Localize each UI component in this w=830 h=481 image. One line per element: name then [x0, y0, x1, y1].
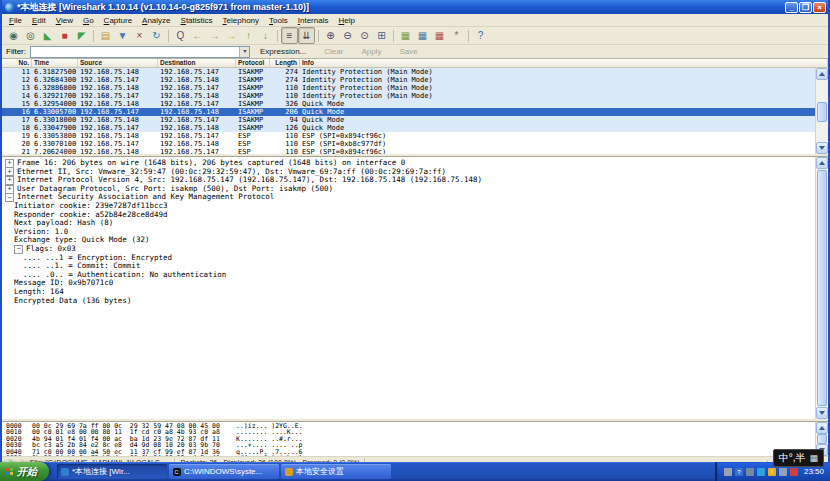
collapse-icon[interactable]: −	[5, 193, 14, 202]
menu-statistics[interactable]: Statistics	[176, 16, 218, 25]
task-c-windows-syste[interactable]: C:C:\WINDOWS\syste...	[169, 464, 279, 479]
detail-line-15[interactable]: Message ID: 0x9b7071c0	[2, 279, 815, 288]
column-header-source[interactable]: Source	[78, 59, 158, 67]
go-forward-button[interactable]: →	[206, 27, 223, 44]
display-filters-button[interactable]: ▦	[414, 27, 431, 44]
scrollbar-thumb[interactable]	[817, 102, 827, 122]
find-packet-button[interactable]: Q	[172, 27, 189, 44]
taskbar-clock[interactable]: 23:50	[804, 467, 824, 476]
close-file-button[interactable]: ×	[131, 27, 148, 44]
collapse-icon[interactable]: −	[14, 245, 23, 254]
details-scrollbar[interactable]	[815, 157, 828, 419]
column-header-destination[interactable]: Destination	[158, 59, 236, 67]
filter-apply-button[interactable]: Apply	[355, 47, 387, 56]
autoscroll-toggle-button[interactable]: ⇊	[298, 27, 315, 44]
tray-help-icon[interactable]: ?	[735, 468, 743, 476]
menu-help[interactable]: Help	[333, 16, 359, 25]
task-[interactable]: 本地安全设置	[281, 464, 391, 479]
detail-line-14[interactable]: .... .0.. = Authentication: No authentic…	[2, 271, 815, 280]
packet-row-21[interactable]: 217.20624000192.168.75.148192.168.75.147…	[2, 148, 815, 154]
menu-tools[interactable]: Tools	[264, 16, 293, 25]
packet-list-scrollbar[interactable]	[815, 68, 828, 154]
scroll-up-button[interactable]	[816, 157, 828, 169]
keyboard-icon[interactable]: ▦	[809, 453, 818, 463]
menu-edit[interactable]: Edit	[27, 16, 51, 25]
go-last-button[interactable]: ↓	[257, 27, 274, 44]
packet-row-13[interactable]: 136.32886800192.168.75.148192.168.75.147…	[2, 84, 815, 92]
zoom-100-button[interactable]: ⊙	[356, 27, 373, 44]
restart-capture-button[interactable]: ◤	[73, 27, 90, 44]
menu-internals[interactable]: Internals	[293, 16, 334, 25]
open-file-button[interactable]: ▤	[97, 27, 114, 44]
cell-protocol: ISAKMP	[236, 92, 270, 100]
stop-capture-button[interactable]: ■	[56, 27, 73, 44]
scrollbar-thumb[interactable]	[817, 170, 827, 406]
packet-row-18[interactable]: 186.33047900192.168.75.147192.168.75.148…	[2, 124, 815, 132]
minimize-button[interactable]: _	[785, 2, 798, 13]
packet-row-11[interactable]: 116.31827500192.168.75.148192.168.75.147…	[2, 68, 815, 76]
scrollbar-thumb[interactable]	[817, 434, 827, 444]
filter-clear-button[interactable]: Clear	[318, 47, 349, 56]
go-first-button[interactable]: ↑	[240, 27, 257, 44]
zoom-in-button[interactable]: ⊕	[322, 27, 339, 44]
menu-capture[interactable]: Capture	[99, 16, 137, 25]
ime-language-bar[interactable]: 中°,半 ▦	[773, 449, 824, 467]
scroll-up-button[interactable]	[816, 68, 828, 80]
zoom-out-button[interactable]: ⊖	[339, 27, 356, 44]
coloring-rules-button[interactable]: ▦	[431, 27, 448, 44]
detail-line-8[interactable]: Next payload: Hash (8)	[2, 219, 815, 228]
packet-row-17[interactable]: 176.33018000192.168.75.148192.168.75.147…	[2, 116, 815, 124]
menu-view[interactable]: View	[51, 16, 78, 25]
task-wir[interactable]: *本地连接 [Wir...	[57, 464, 167, 479]
scroll-down-button[interactable]	[816, 407, 828, 419]
scroll-up-button[interactable]	[816, 422, 828, 434]
go-to-packet-button[interactable]: →	[223, 27, 240, 44]
start-button[interactable]: 开始	[0, 462, 49, 481]
column-header-time[interactable]: Time	[32, 59, 78, 67]
detail-line-7[interactable]: Responder cookie: a52b84e28ce8d49d	[2, 211, 815, 220]
column-header-length[interactable]: Length	[270, 59, 300, 67]
detail-line-17[interactable]: Encrypted Data (136 bytes)	[2, 297, 815, 306]
packet-row-12[interactable]: 126.32684300192.168.75.147192.168.75.148…	[2, 76, 815, 84]
packet-row-16[interactable]: 166.33005700192.168.75.147192.168.75.148…	[2, 108, 815, 116]
menu-telephony[interactable]: Telephony	[218, 16, 264, 25]
colorize-toggle-button[interactable]: ≡	[281, 27, 298, 44]
filter-expression-button[interactable]: Expression...	[254, 47, 312, 56]
tray-shield-icon[interactable]: !	[768, 468, 776, 476]
tray-messenger-icon[interactable]	[757, 468, 765, 476]
preferences-button[interactable]: *	[448, 27, 465, 44]
scroll-down-button[interactable]	[816, 142, 828, 154]
ime-mode-label[interactable]: 中°,半	[779, 451, 806, 465]
tray-alert-icon[interactable]	[790, 468, 798, 476]
hex-line-0050[interactable]: 00500b 23 34 b8 8a 73 b2 4a 60 0b 24 05 …	[2, 455, 815, 456]
packet-row-19[interactable]: 196.33053800192.168.75.148192.168.75.147…	[2, 132, 815, 140]
packet-row-14[interactable]: 146.32921700192.168.75.147192.168.75.148…	[2, 92, 815, 100]
tray-display-icon[interactable]	[746, 468, 754, 476]
close-button[interactable]: ×	[813, 2, 826, 13]
resize-columns-button[interactable]: ⊞	[373, 27, 390, 44]
column-header-no[interactable]: No.	[2, 59, 32, 67]
restore-button[interactable]: ❐	[799, 2, 812, 13]
capture-filters-button[interactable]: ▦	[397, 27, 414, 44]
tray-printer-icon[interactable]	[724, 468, 732, 476]
packet-row-15[interactable]: 156.32954000192.168.75.148192.168.75.147…	[2, 100, 815, 108]
menu-analyze[interactable]: Analyze	[137, 16, 175, 25]
start-capture-button[interactable]: ◣	[39, 27, 56, 44]
menu-file[interactable]: File	[4, 16, 27, 25]
packet-row-20[interactable]: 206.33070100192.168.75.147192.168.75.148…	[2, 140, 815, 148]
column-header-info[interactable]: Info	[300, 59, 828, 67]
save-file-button[interactable]: ▼	[114, 27, 131, 44]
detail-line-10[interactable]: Exchange type: Quick Mode (32)	[2, 236, 815, 245]
list-interfaces-button[interactable]: ◉	[5, 27, 22, 44]
reload-button[interactable]: ↻	[148, 27, 165, 44]
filter-save-button[interactable]: Save	[393, 47, 423, 56]
title-bar[interactable]: *本地连接 [Wireshark 1.10.14 (v1.10.14-0-g82…	[2, 0, 828, 14]
tray-volume-icon[interactable]	[779, 468, 787, 476]
filter-input[interactable]	[31, 48, 239, 56]
filter-dropdown-button[interactable]	[239, 47, 249, 57]
column-header-protocol[interactable]: Protocol	[236, 59, 270, 67]
help-button[interactable]: ?	[472, 27, 489, 44]
go-back-button[interactable]: ←	[189, 27, 206, 44]
menu-go[interactable]: Go	[78, 16, 99, 25]
capture-options-button[interactable]: ◎	[22, 27, 39, 44]
